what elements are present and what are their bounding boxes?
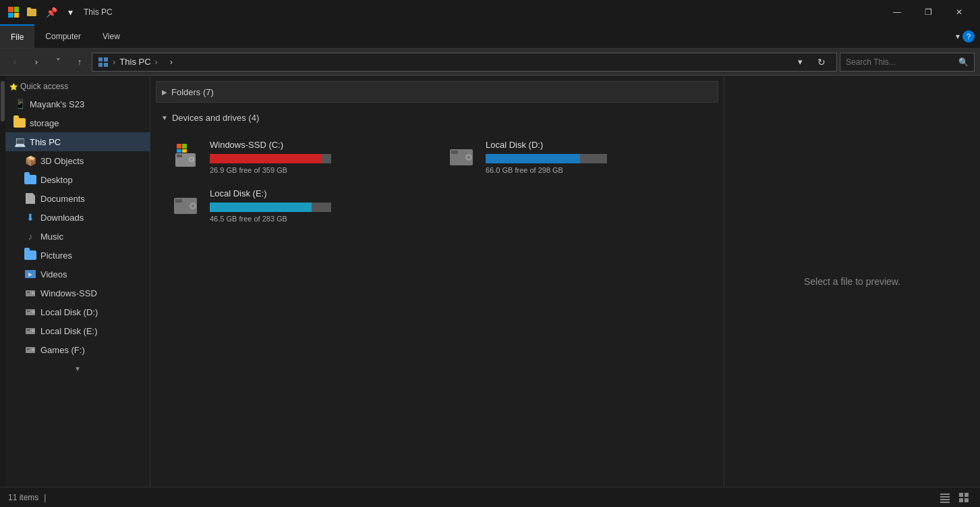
drive-d-bar-container	[486, 154, 607, 163]
tab-computer[interactable]: Computer	[34, 24, 92, 48]
sidebar-item-label: Desktop	[40, 175, 73, 185]
svg-rect-23	[182, 144, 187, 149]
sidebar-item-thispc[interactable]: 💻 This PC	[5, 132, 150, 151]
sidebar-item-desktop[interactable]: Desktop	[5, 170, 150, 189]
svg-rect-38	[959, 493, 963, 497]
drive-windows-ssd[interactable]: Windows-SSD (C:) 26.9 GB free of 359 GB	[161, 132, 437, 181]
quick-access-header[interactable]: ⭐ Quick access	[5, 78, 150, 95]
tab-file[interactable]: File	[0, 24, 34, 48]
view-buttons	[937, 489, 972, 506]
svg-rect-36	[940, 499, 950, 500]
help-icon: ?	[962, 30, 975, 43]
svg-rect-5	[104, 63, 108, 67]
back-button[interactable]: ‹	[5, 53, 24, 72]
minimize-button[interactable]: —	[882, 0, 913, 24]
localiske-icon	[24, 325, 36, 337]
svg-point-21	[190, 158, 193, 161]
search-bar[interactable]: 🔍	[840, 53, 975, 72]
tab-view[interactable]: View	[92, 24, 131, 48]
drive-e-bar-container	[210, 203, 331, 212]
devices-collapse-icon: ▼	[161, 114, 168, 122]
maximize-button[interactable]: ❐	[913, 0, 944, 24]
search-icon: 🔍	[958, 57, 969, 67]
sidebar-item-localiske[interactable]: Local Disk (E:)	[5, 321, 150, 340]
svg-rect-1	[27, 7, 31, 9]
drive-d-bar	[486, 154, 580, 163]
drive-local-e[interactable]: Local Disk (E:) 46.5 GB free of 283 GB	[161, 181, 437, 230]
sidebar-item-documents[interactable]: Documents	[5, 189, 150, 208]
sidebar-item-label: storage	[30, 118, 59, 128]
svg-point-17	[32, 348, 34, 351]
svg-rect-16	[27, 348, 30, 350]
drive-c-info: Windows-SSD (C:) 26.9 GB free of 359 GB	[210, 140, 429, 174]
gamesf-icon	[24, 344, 36, 356]
content-area: ▶ Folders (7) ▼ Devices and drives (4)	[150, 76, 724, 487]
sidebar-item-label: Pictures	[40, 250, 72, 261]
desktop-icon	[24, 174, 36, 186]
folders-section-header[interactable]: ▶ Folders (7)	[156, 81, 718, 103]
drive-e-name: Local Disk (E:)	[210, 188, 429, 198]
sidebar-item-3dobjects[interactable]: 📦 3D Objects	[5, 151, 150, 170]
large-icons-view-button[interactable]	[956, 489, 972, 506]
forward-button[interactable]: ›	[27, 53, 46, 72]
search-input[interactable]	[846, 57, 956, 67]
sidebar-item-downloads[interactable]: ⬇ Downloads	[5, 208, 150, 227]
sidebar-item-localdiskd[interactable]: Local Disk (D:)	[5, 302, 150, 321]
svg-rect-19	[177, 155, 182, 157]
ribbon: File Computer View ▾ ?	[0, 24, 980, 49]
svg-rect-3	[104, 57, 108, 61]
sidebar-scrollbar[interactable]	[0, 76, 5, 487]
sidebar-item-label: Documents	[40, 194, 85, 204]
drive-c-free: 26.9 GB free of 359 GB	[210, 166, 429, 174]
preview-pane: Select a file to preview.	[724, 76, 980, 487]
svg-rect-41	[964, 498, 969, 502]
title-bar: 📌 ▾ This PC — ❐ ✕	[0, 0, 980, 24]
svg-rect-27	[451, 151, 458, 154]
svg-rect-34	[940, 493, 950, 495]
breadcrumb-thispc[interactable]: This PC	[119, 57, 150, 67]
cursor-blink: |	[44, 493, 46, 502]
drive-e-free: 46.5 GB free of 283 GB	[210, 215, 429, 223]
sidebar-item-label: Videos	[40, 269, 67, 279]
svg-rect-25	[182, 149, 187, 153]
sidebar-item-label: Local Disk (E:)	[40, 326, 98, 336]
drive-c-icon	[169, 140, 202, 173]
sidebar-item-windowsssd[interactable]: Windows-SSD	[5, 284, 150, 302]
refresh-button[interactable]: ↻	[812, 53, 831, 72]
devices-section-label: Devices and drives (4)	[172, 113, 259, 123]
new-folder-icon	[24, 4, 40, 20]
sidebar-item-mayanks23[interactable]: 📱 Mayank's S23	[5, 95, 150, 113]
svg-rect-2	[98, 57, 103, 61]
window-controls: — ❐ ✕	[882, 0, 975, 24]
close-button[interactable]: ✕	[944, 0, 975, 24]
drive-e-icon	[169, 189, 202, 221]
win-logo-icon	[5, 4, 22, 20]
address-bar[interactable]: › This PC › › ▾ ↻	[92, 53, 837, 72]
sidebar-item-label: 3D Objects	[40, 156, 84, 166]
windowsssd-icon	[24, 287, 36, 299]
address-dropdown[interactable]: ▾	[790, 53, 809, 72]
svg-point-11	[32, 311, 34, 313]
drive-local-d[interactable]: Local Disk (D:) 66.0 GB free of 298 GB	[437, 132, 713, 181]
dropdown-arrow-icon: ▾	[62, 4, 78, 20]
recent-button[interactable]: ˅	[49, 53, 67, 72]
sidebar-item-videos[interactable]: ▶ Videos	[5, 265, 150, 284]
pin-icon: 📌	[43, 4, 59, 20]
svg-rect-13	[27, 329, 30, 331]
sidebar-item-music[interactable]: ♪ Music	[5, 227, 150, 246]
ribbon-expand[interactable]: ▾ ?	[950, 24, 980, 48]
sidebar-item-storage[interactable]: storage	[5, 113, 150, 132]
svg-rect-37	[940, 502, 950, 503]
sidebar-item-gamesf[interactable]: Games (F:)	[5, 340, 150, 359]
svg-rect-7	[27, 292, 30, 293]
sidebar: ⭐ Quick access 📱 Mayank's S23 storage 💻 …	[5, 76, 150, 487]
downloads-icon: ⬇	[24, 211, 36, 223]
svg-rect-10	[27, 311, 30, 312]
details-view-button[interactable]	[937, 489, 953, 506]
drive-d-free: 66.0 GB free of 298 GB	[486, 166, 705, 174]
sidebar-scroll-down[interactable]: ▾	[5, 359, 150, 378]
quick-access-label: Quick access	[20, 82, 68, 91]
up-button[interactable]: ↑	[70, 53, 89, 72]
sidebar-item-pictures[interactable]: Pictures	[5, 246, 150, 265]
breadcrumb-chevron[interactable]: ›	[162, 53, 181, 72]
